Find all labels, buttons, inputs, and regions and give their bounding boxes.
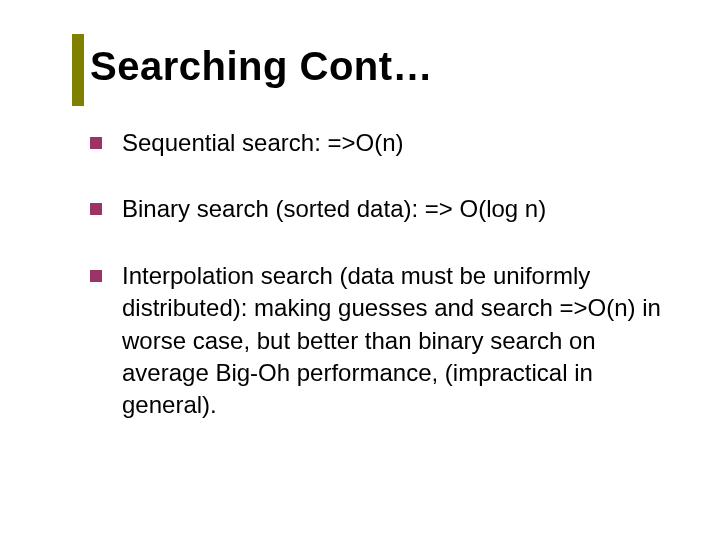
bullet-square-icon (90, 137, 102, 149)
slide-title: Searching Cont… (90, 44, 684, 89)
bullet-text: Binary search (sorted data): => O(log n) (122, 193, 546, 225)
list-item: Sequential search: =>O(n) (90, 127, 684, 159)
bullet-square-icon (90, 270, 102, 282)
bullet-text: Sequential search: =>O(n) (122, 127, 404, 159)
slide: Searching Cont… Sequential search: =>O(n… (0, 0, 720, 540)
list-item: Interpolation search (data must be unifo… (90, 260, 684, 422)
title-block: Searching Cont… (90, 44, 684, 89)
title-accent-bar (72, 34, 84, 106)
bullet-square-icon (90, 203, 102, 215)
slide-body: Sequential search: =>O(n) Binary search … (90, 127, 684, 422)
list-item: Binary search (sorted data): => O(log n) (90, 193, 684, 225)
bullet-text: Interpolation search (data must be unifo… (122, 260, 684, 422)
